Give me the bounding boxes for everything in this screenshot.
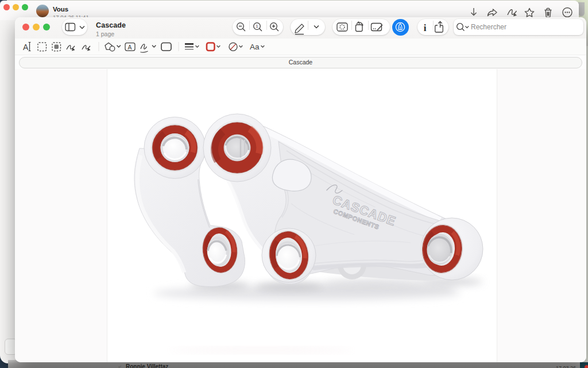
svg-text:A: A (23, 43, 29, 52)
svg-text:A: A (128, 44, 132, 51)
svg-text:i: i (424, 22, 427, 33)
svg-text:1: 1 (256, 24, 258, 29)
svg-text:Aa: Aa (250, 43, 260, 51)
